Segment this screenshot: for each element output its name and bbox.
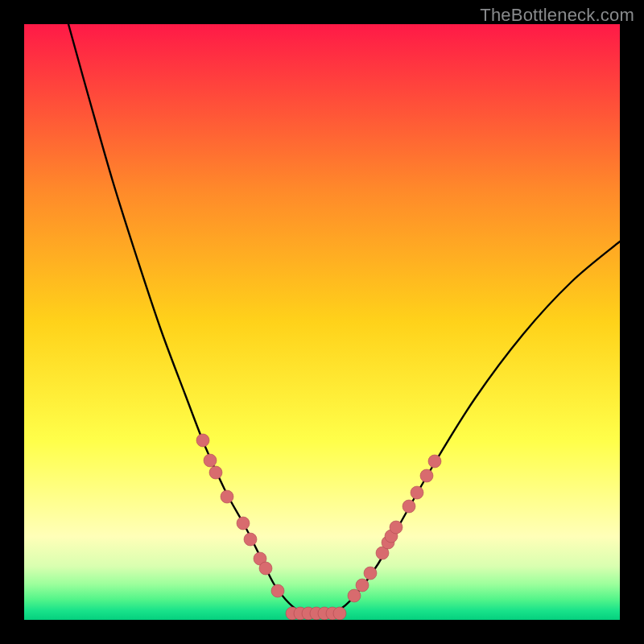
data-dot <box>237 517 250 530</box>
plot-area <box>24 24 620 620</box>
data-dot <box>356 579 369 592</box>
data-dot <box>204 454 217 467</box>
data-dot <box>259 562 272 575</box>
data-dot <box>209 466 222 479</box>
data-dot <box>348 589 361 602</box>
data-dot <box>221 490 233 503</box>
data-dot <box>420 469 433 482</box>
data-dot <box>402 500 415 513</box>
data-dot <box>333 607 346 620</box>
chart-frame: TheBottleneck.com <box>0 0 644 644</box>
data-dot <box>411 486 423 499</box>
data-dot <box>390 521 402 534</box>
data-dot <box>271 584 284 597</box>
data-dot <box>364 567 377 580</box>
data-dot <box>428 455 441 468</box>
bottleneck-chart-svg <box>24 24 620 620</box>
watermark-text: TheBottleneck.com <box>480 5 634 26</box>
data-dot <box>244 533 257 546</box>
data-dot <box>196 434 209 447</box>
gradient-background <box>24 24 620 620</box>
